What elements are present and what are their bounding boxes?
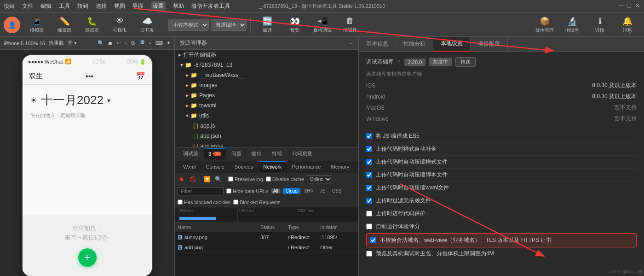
file-appjson[interactable]: { } app.json bbox=[175, 131, 358, 141]
menu-item-file[interactable]: 文件 bbox=[22, 2, 33, 10]
push-btn[interactable]: 推送 bbox=[455, 57, 476, 67]
file-explorer-more-icon[interactable]: ··· bbox=[349, 40, 354, 47]
toolbar-compile-btn[interactable]: 🔄 编译 bbox=[254, 15, 280, 35]
filter-input[interactable] bbox=[178, 187, 224, 195]
tab-debugger[interactable]: 调试器 bbox=[178, 148, 203, 159]
toolbar-clear-cache-btn[interactable]: 🗑 清缓存 bbox=[337, 15, 363, 35]
has-blocked-cookies-input[interactable] bbox=[178, 200, 183, 205]
toolbar-real-debug-btn[interactable]: 📲 真机调试 bbox=[310, 15, 335, 35]
menu-item-wechat-devtools[interactable]: 微信开发者工具 bbox=[191, 2, 230, 10]
toolbar-detail-btn[interactable]: ℹ 详情 bbox=[587, 15, 613, 35]
tab-basic-info[interactable]: 基本信息 bbox=[359, 37, 396, 52]
close-icon[interactable]: ✕ bbox=[635, 2, 640, 9]
disable-cache-checkbox[interactable]: Disable cache bbox=[266, 176, 304, 182]
menu-item-select[interactable]: 选择 bbox=[96, 2, 107, 10]
folder-utils[interactable]: ▾ 📁 utils bbox=[175, 111, 358, 121]
all-badge[interactable]: All bbox=[271, 188, 280, 194]
file-appwxss[interactable]: { } app.wxss bbox=[175, 141, 358, 147]
blocked-requests-checkbox[interactable]: Blocked Requests bbox=[233, 200, 281, 205]
tab-sources[interactable]: Sources bbox=[230, 161, 258, 172]
hide-data-urls-input[interactable] bbox=[226, 188, 231, 194]
search-sim-icon[interactable]: 🔍 bbox=[98, 40, 104, 46]
toolbar-message-btn[interactable]: 🔔 消息 bbox=[615, 15, 640, 35]
toolbar-debugger-btn[interactable]: 🐛 调试器 bbox=[79, 15, 105, 35]
star-icon[interactable]: ✦ bbox=[167, 40, 171, 46]
toolbar-visual-btn[interactable]: 👁 可视化 bbox=[107, 15, 132, 35]
debug-lib-help-icon[interactable]: ? bbox=[397, 59, 401, 65]
setting-filter-deps-checkbox[interactable] bbox=[366, 198, 372, 204]
toolbar-cloud-btn[interactable]: ☁️ 云开发 bbox=[134, 15, 160, 35]
tab-memory[interactable]: Memory bbox=[327, 161, 354, 172]
tab-3-10[interactable]: 3 10 bbox=[204, 148, 226, 159]
folder-images[interactable]: ▸ 📁 Images bbox=[175, 80, 358, 90]
filter-icon[interactable]: 🔽 bbox=[203, 175, 211, 183]
menu-item-view[interactable]: 视图 bbox=[114, 2, 125, 10]
open-menu-btn[interactable]: 开 ▾ bbox=[68, 40, 77, 47]
record-network-icon[interactable]: ⏺ bbox=[178, 175, 186, 183]
folder-pages[interactable]: ▸ 📁 Pages bbox=[175, 90, 358, 100]
chip-css[interactable]: CSS bbox=[329, 188, 345, 194]
folder-towxml[interactable]: ▸ 📁 towxml bbox=[175, 100, 358, 111]
tab-project-config[interactable]: 项目配置 bbox=[471, 37, 508, 52]
menu-item-project[interactable]: 项目 bbox=[4, 2, 15, 10]
code-icon[interactable]: ⌨ bbox=[155, 40, 163, 46]
tab-performance[interactable]: Performance bbox=[288, 161, 326, 172]
chip-js[interactable]: JS bbox=[317, 188, 328, 194]
home-icon[interactable]: ⌂ bbox=[124, 41, 127, 46]
menu-item-interface[interactable]: 界面 bbox=[132, 2, 144, 10]
menu-item-goto[interactable]: 转到 bbox=[77, 2, 88, 10]
tab-network[interactable]: Network bbox=[259, 161, 286, 172]
mode-select[interactable]: 小程序模式 bbox=[168, 19, 209, 31]
menu-item-edit[interactable]: 编辑 bbox=[40, 2, 52, 10]
setting-compress-script-checkbox[interactable] bbox=[366, 172, 372, 178]
record-icon[interactable]: ⏺ bbox=[108, 41, 113, 46]
throttle-select[interactable]: Online bbox=[307, 175, 332, 183]
folder-wubase[interactable]: ▸ 📁 __wuBaseWxss__ bbox=[175, 70, 358, 80]
search2-icon[interactable]: 🔎 bbox=[138, 40, 145, 46]
fab-add-btn[interactable]: + bbox=[78, 248, 97, 267]
search-network-icon[interactable]: 🔍 bbox=[214, 175, 222, 183]
setting-es5-checkbox[interactable] bbox=[366, 133, 372, 139]
tab-console[interactable]: Console bbox=[201, 161, 229, 172]
tab-code-quality[interactable]: 代码质量 bbox=[288, 148, 317, 159]
menu-item-settings[interactable]: 设置 bbox=[151, 1, 166, 11]
tab-terminal[interactable]: 终端 bbox=[267, 148, 287, 159]
chip-xhr[interactable]: XHR bbox=[301, 188, 316, 194]
hide-data-urls-checkbox[interactable]: Hide data URLs bbox=[226, 188, 269, 194]
setting-auto-score-checkbox[interactable] bbox=[366, 223, 372, 229]
setting-style-complete-checkbox[interactable] bbox=[366, 146, 372, 152]
toolbar-simulator-btn[interactable]: 📱 模拟器 bbox=[24, 15, 50, 35]
tab-perf-analysis[interactable]: 性能分析 bbox=[396, 37, 433, 52]
table-row-sunny[interactable]: 🖼 sunny.png 307 / Redirect :11895/... bbox=[175, 232, 358, 242]
clear-network-icon[interactable]: 🚫 bbox=[189, 175, 197, 183]
tab-local-settings[interactable]: 本地设置 bbox=[433, 37, 471, 52]
setting-compress-wxml-checkbox[interactable] bbox=[366, 185, 372, 191]
tab-output[interactable]: 输出 bbox=[247, 148, 266, 159]
minimize-icon[interactable]: ─ bbox=[619, 2, 624, 9]
git-icon[interactable]: ⑂ bbox=[149, 41, 152, 46]
compile-select[interactable]: 普通编译 bbox=[211, 19, 247, 31]
tab-wxml[interactable]: Wxml bbox=[178, 161, 201, 172]
toolbar-editor-btn[interactable]: ✏️ 编辑器 bbox=[52, 15, 77, 35]
blocked-requests-input[interactable] bbox=[233, 200, 238, 205]
copy-icon[interactable]: ⧉ bbox=[131, 40, 135, 46]
menu-item-tools[interactable]: 工具 bbox=[59, 2, 70, 10]
table-row-add[interactable]: 🖼 add.png / Redirect Other bbox=[175, 242, 358, 253]
setting-4m-limit-checkbox[interactable] bbox=[366, 251, 372, 257]
phone-nav-dots[interactable]: ••• bbox=[86, 72, 93, 81]
setting-no-verify-checkbox[interactable] bbox=[370, 237, 376, 243]
chip-cloud[interactable]: Cloud bbox=[283, 188, 300, 194]
toolbar-preview-btn[interactable]: 👀 预览 bbox=[282, 15, 308, 35]
maximize-icon[interactable]: □ bbox=[627, 2, 631, 9]
has-blocked-cookies-checkbox[interactable]: Has blocked cookies bbox=[178, 200, 230, 205]
setting-compress-style-checkbox[interactable] bbox=[366, 159, 372, 165]
file-appjs[interactable]: { } app.js bbox=[175, 121, 358, 131]
back-icon[interactable]: ↩ bbox=[116, 40, 121, 46]
setting-code-protect-checkbox[interactable] bbox=[366, 211, 372, 217]
phone-nav-calendar[interactable]: 📅 bbox=[136, 72, 145, 81]
preserve-log-checkbox[interactable]: Preserve log bbox=[228, 176, 263, 182]
toolbar-version-mgmt-btn[interactable]: 📦 版本管理 bbox=[532, 15, 558, 35]
preserve-log-input[interactable] bbox=[228, 176, 233, 182]
disable-cache-input[interactable] bbox=[266, 176, 271, 182]
toolbar-test-btn[interactable]: 🔬 测试号 bbox=[559, 15, 585, 35]
